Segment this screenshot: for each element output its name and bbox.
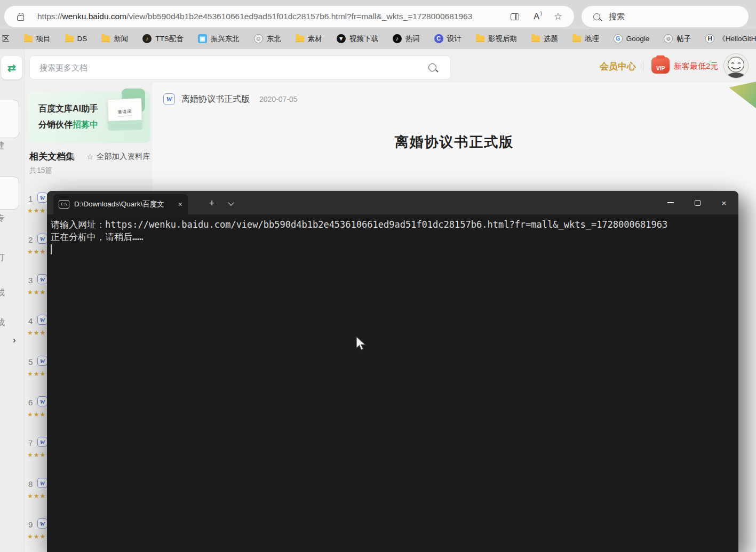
chevron-down-icon (228, 199, 234, 205)
expand-rail-chevron-icon[interactable]: › (13, 335, 16, 346)
bookmark-label: 地理 (585, 34, 599, 44)
bookmark-item[interactable]: 区 (2, 34, 10, 44)
rail-glyph[interactable]: 订 (0, 252, 9, 263)
doc-item-rank: 3 (28, 276, 33, 285)
close-button[interactable]: × (711, 191, 737, 214)
vip-promo-text[interactable]: 新客最低2元 (674, 61, 718, 71)
terminal-output[interactable]: 请输入网址：https://wenku.baidu.com/view/bb590… (47, 214, 738, 552)
bookmark-folder-icon (296, 36, 304, 42)
bookmark-label: DS (77, 35, 87, 43)
doc-item-rank: 2 (28, 235, 33, 244)
doc-breadcrumb-title[interactable]: 离婚协议书正式版 (181, 94, 250, 105)
bookmark-label: 《HelloGitHub 月刊... (718, 34, 756, 44)
favorite-star-icon[interactable]: ☆ (554, 12, 562, 21)
bookmark-item[interactable]: DS (65, 35, 87, 43)
word-doc-icon: W (37, 478, 47, 488)
rail-glyph[interactable]: 成 (0, 317, 9, 329)
new-tab-button[interactable]: + (203, 195, 221, 211)
bookmark-item[interactable]: ▼视频下载 (337, 34, 378, 44)
maximize-button[interactable] (684, 191, 711, 214)
doc-item-rank: 1 (28, 194, 33, 203)
bookmark-folder-icon (65, 36, 74, 42)
bookmark-site-icon: G (614, 34, 623, 43)
search-icon (593, 13, 600, 20)
bookmark-label: 振兴东北 (211, 34, 240, 44)
member-center-link[interactable]: 会员中心 (600, 60, 636, 73)
bookmark-item[interactable]: 项目 (24, 34, 51, 44)
close-tab-icon[interactable]: × (178, 200, 182, 209)
avatar[interactable] (723, 53, 749, 78)
bookmark-label: 选题 (544, 34, 558, 44)
bookmark-item[interactable]: 新闻 (101, 34, 128, 44)
read-aloud-icon[interactable]: A (534, 12, 539, 21)
bookmark-item[interactable]: 素材 (296, 34, 322, 44)
doc-item-rank: 8 (28, 479, 33, 489)
bookmark-site-icon: ♪ (393, 34, 402, 43)
word-doc-icon: W (37, 356, 47, 366)
minimize-button[interactable] (657, 191, 684, 214)
mouse-cursor (355, 336, 368, 354)
word-doc-icon: W (37, 274, 47, 284)
swap-tool-icon[interactable]: ⇄ (1, 56, 22, 79)
bookmark-item[interactable]: ♪热词 (393, 34, 420, 44)
bookmark-label: 区 (2, 34, 10, 44)
browser-search-box[interactable]: 搜索 (582, 6, 749, 27)
bookmark-site-icon: H (705, 34, 714, 43)
doc-item-rank: 4 (28, 316, 33, 325)
doc-date: 2020-07-05 (259, 95, 298, 103)
doc-item-rank: 9 (28, 520, 33, 529)
bookmark-label: 热词 (405, 34, 420, 44)
terminal-tab[interactable]: C:\ D:\Downloads\Quark\百度文 × (53, 194, 188, 214)
bookmark-label: 影视后期 (488, 34, 517, 44)
bookmark-item[interactable]: 地理 (572, 34, 599, 44)
bookmark-item[interactable]: GGoogle (614, 34, 650, 43)
bookmark-item[interactable]: ▣振兴东北 (198, 34, 240, 44)
terminal-window[interactable]: C:\ D:\Downloads\Quark\百度文 × + × 请输入网址：h… (47, 191, 738, 552)
bookmark-label: 项目 (36, 34, 51, 44)
word-doc-icon: W (37, 193, 47, 203)
rail-card[interactable] (0, 100, 19, 138)
bookmark-site-icon: ▼ (337, 34, 346, 43)
word-doc-icon: W (37, 234, 47, 244)
rail-card[interactable] (0, 177, 19, 210)
word-doc-icon: W (163, 93, 175, 105)
terminal-titlebar[interactable]: C:\ D:\Downloads\Quark\百度文 × + × (47, 191, 738, 214)
terminal-line (51, 243, 732, 255)
bookmark-site-icon: ☺ (664, 34, 673, 43)
bookmark-label: 帖子 (677, 34, 691, 44)
window-controls: × (657, 191, 737, 214)
cmd-icon: C:\ (59, 200, 69, 209)
rail-glyph[interactable]: 专 (0, 213, 9, 224)
bookmark-item[interactable]: C设计 (434, 34, 461, 44)
doc-item-rank: 7 (28, 438, 33, 447)
rail-glyph[interactable]: 戒 (0, 287, 9, 299)
word-doc-icon: W (37, 315, 47, 325)
bookmark-site-icon: ♪ (142, 34, 152, 43)
terminal-cursor (51, 244, 52, 254)
bookmark-label: 素材 (308, 34, 322, 44)
header-divider (643, 61, 643, 71)
lock-icon (17, 15, 24, 21)
rail-glyph[interactable]: 建 (0, 140, 9, 151)
bookmark-label: 设计 (447, 34, 461, 44)
bookmark-item[interactable]: H《HelloGitHub 月刊... (705, 34, 756, 44)
bookmark-item[interactable]: 选题 (531, 34, 558, 44)
maximize-icon (695, 200, 701, 206)
terminal-line: 请输入网址：https://wenku.baidu.com/view/bb590… (51, 219, 732, 231)
terminal-line: 正在分析中，请稍后…… (51, 231, 732, 243)
bookmarks-bar: 区项目DS新闻♪TTS配音▣振兴东北☺东北素材▼视频下载♪热词C设计影视后期选题… (0, 29, 756, 49)
bookmark-item[interactable]: ☺东北 (254, 34, 281, 44)
wenku-search-icon[interactable] (428, 63, 436, 71)
vip-gift-icon[interactable]: VIP (651, 57, 670, 74)
bookmark-item[interactable]: 影视后期 (476, 34, 517, 44)
bookmark-folder-icon (476, 36, 484, 42)
bookmark-label: 视频下载 (349, 34, 378, 44)
address-bar[interactable]: https://wenku.baidu.com/view/bb590d4b1b2… (4, 6, 574, 27)
bookmark-item[interactable]: ☺帖子 (664, 34, 691, 44)
browser-toolbar: https://wenku.baidu.com/view/bb590d4b1b2… (0, 0, 756, 29)
bookmark-item[interactable]: ♪TTS配音 (142, 34, 184, 44)
split-screen-icon[interactable] (511, 13, 519, 20)
tab-dropdown-button[interactable] (223, 197, 239, 210)
screen: { "browser": { "url_scheme": "https://",… (0, 0, 756, 552)
address-bar-actions: A ☆ (511, 12, 562, 21)
